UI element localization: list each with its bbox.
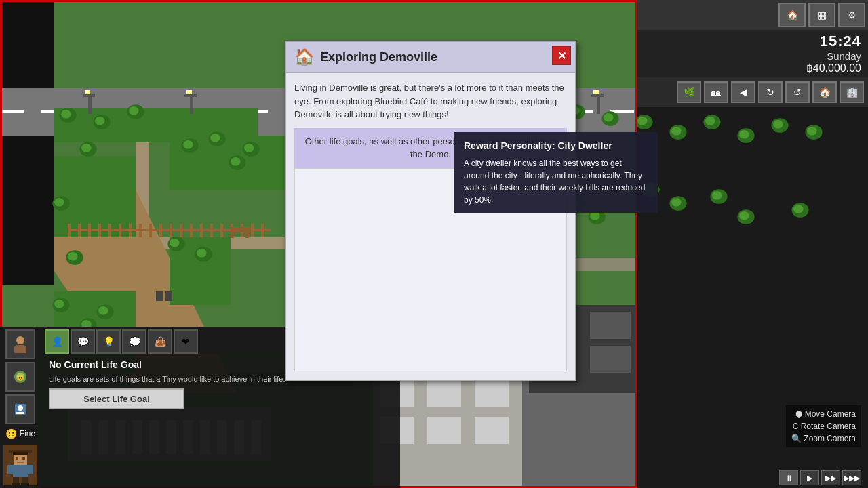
explore-modal[interactable]: 🏠 Exploring Demoville ✕ Living in Demovi… <box>285 41 576 381</box>
build-btn-5[interactable]: ↺ <box>785 81 810 103</box>
svg-rect-18 <box>7 465 13 474</box>
svg-point-8 <box>18 405 23 411</box>
modal-body: Living in Demoville is great, but there'… <box>286 73 575 380</box>
build-btn-2[interactable]: 🏘 <box>704 81 728 103</box>
tab-inventory[interactable]: 👜 <box>148 329 172 354</box>
build-btn-6[interactable]: 🏠 <box>812 81 837 103</box>
avatar-sprite <box>3 445 37 485</box>
tab-chat[interactable]: 💬 <box>71 329 95 354</box>
character-icon-1 <box>12 335 28 354</box>
modal-unavailable-notice: Other life goals, as well as other perso… <box>294 128 567 168</box>
modal-close-button[interactable]: ✕ <box>552 46 571 65</box>
svg-rect-17 <box>13 465 28 477</box>
modal-title: Exploring Demoville <box>320 50 437 64</box>
modal-content-area <box>294 168 567 371</box>
playback-controls: ⏸ ▶ ▶▶ ▶▶▶ <box>779 470 861 485</box>
clock-panel: 15:24 Sunday ฿40,000.00 <box>637 30 868 77</box>
fastest-button[interactable]: ▶▶▶ <box>842 470 861 485</box>
svg-rect-9 <box>16 412 24 414</box>
day-display: Sunday <box>644 50 861 62</box>
money-display: ฿40,000.00 <box>644 62 861 75</box>
build-btn-3[interactable]: ◀ <box>731 81 755 103</box>
svg-rect-15 <box>17 462 24 463</box>
tab-goals[interactable]: 💡 <box>96 329 121 354</box>
hud-panel: 🏠 ▦ ⚙ 15:24 Sunday ฿40,000.00 🌿 🏘 ◀ ↻ ↺ … <box>637 0 868 107</box>
mood-indicator: 🙂 Fine <box>5 428 35 439</box>
svg-rect-22 <box>12 483 20 485</box>
mood-text: Fine <box>20 429 35 439</box>
svg-rect-23 <box>21 483 29 485</box>
toolbar: 🏠 ▦ ⚙ <box>637 0 868 30</box>
svg-point-0 <box>16 336 24 344</box>
time-display: 15:24 <box>644 33 861 50</box>
rotate-camera-label: C Rotate Camera <box>791 420 856 432</box>
character-btn-1[interactable] <box>5 329 35 359</box>
svg-rect-3 <box>22 346 26 353</box>
move-camera-label: ⬢ Move Camera <box>791 408 856 420</box>
mood-emoji: 🙂 <box>5 428 17 439</box>
map-button[interactable]: ▦ <box>808 3 835 27</box>
character-sidebar: 😊 🙂 Fine <box>0 327 41 488</box>
camera-instructions: ⬢ Move Camera C Rotate Camera 🔍 Zoom Cam… <box>786 405 861 447</box>
svg-rect-19 <box>28 465 33 474</box>
svg-rect-2 <box>14 346 18 353</box>
home-button[interactable]: 🏠 <box>778 3 806 27</box>
svg-rect-16 <box>13 452 28 455</box>
fast-forward-button[interactable]: ▶▶ <box>821 470 840 485</box>
pause-button[interactable]: ⏸ <box>779 470 798 485</box>
character-btn-3[interactable] <box>5 394 35 424</box>
character-avatar <box>3 445 37 485</box>
modal-description: Living in Demoville is great, but there'… <box>294 81 567 121</box>
svg-rect-14 <box>22 457 25 460</box>
build-toolbar: 🌿 🏘 ◀ ↻ ↺ 🏠 🏢 <box>637 77 868 107</box>
svg-text:😊: 😊 <box>17 374 24 381</box>
modal-header: 🏠 Exploring Demoville ✕ <box>286 42 575 73</box>
modal-icon: 🏠 <box>294 47 315 66</box>
character-icon-2: 😊 <box>12 369 28 385</box>
play-button[interactable]: ▶ <box>800 470 819 485</box>
character-icon-3 <box>12 401 28 418</box>
build-btn-7[interactable]: 🏢 <box>840 81 864 103</box>
tab-thoughts[interactable]: 💭 <box>122 329 146 354</box>
select-life-goal-button[interactable]: Select Life Goal <box>49 388 184 409</box>
tab-relationships[interactable]: ❤ <box>174 329 198 354</box>
build-btn-4[interactable]: ↻ <box>758 81 783 103</box>
zoom-camera-label: 🔍 Zoom Camera <box>791 432 856 445</box>
settings-button[interactable]: ⚙ <box>838 3 865 27</box>
character-btn-2[interactable]: 😊 <box>5 362 35 392</box>
build-btn-1[interactable]: 🌿 <box>677 81 701 103</box>
tab-character[interactable]: 👤 <box>45 329 69 354</box>
svg-rect-13 <box>16 457 18 460</box>
